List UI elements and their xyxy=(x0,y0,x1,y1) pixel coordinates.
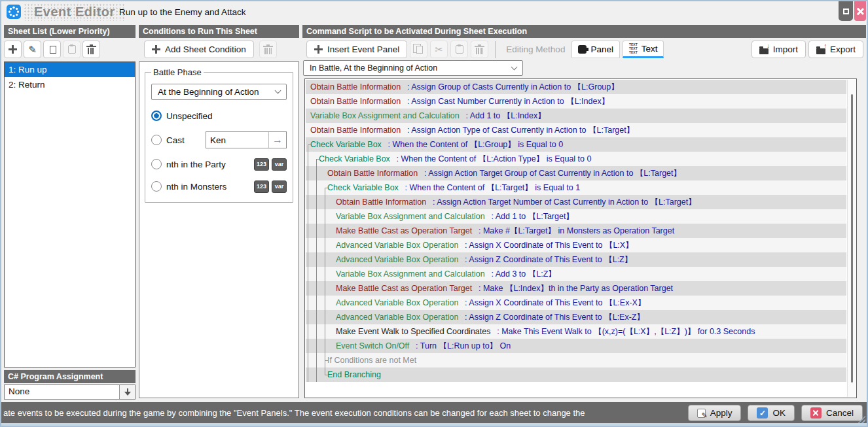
copy-sheet-button[interactable] xyxy=(43,41,61,58)
csharp-dropdown-button[interactable] xyxy=(119,385,135,399)
ok-button[interactable]: ✓ OK xyxy=(748,405,795,421)
command-parameters: : Assign X Coordinate of This Event to 【… xyxy=(458,298,645,307)
script-row[interactable]: Make Battle Cast as Operation Target : M… xyxy=(306,281,846,296)
branch-guide-line xyxy=(316,281,317,296)
branch-guide-line xyxy=(308,224,308,238)
script-row[interactable]: Variable Box Assignment and Calculation … xyxy=(306,109,846,123)
panel-mode-button[interactable]: Panel xyxy=(571,41,620,58)
text-mode-button[interactable]: TEXTTEXTTEXT Text xyxy=(623,41,664,58)
branch-marker-line xyxy=(316,159,317,166)
command-parameters: : When the Content of 【L:Group】 is Equal… xyxy=(382,140,563,149)
import-label: Import xyxy=(773,44,798,54)
check-icon: ✓ xyxy=(757,407,768,418)
battle-phase-value: At the Beginning of Action xyxy=(158,87,259,97)
delete-panel-button[interactable] xyxy=(471,41,488,58)
script-row[interactable]: Event Switch On/Off : Turn 【L:Run up to】… xyxy=(306,339,846,353)
script-row[interactable]: Variable Box Assignment and Calculation … xyxy=(306,267,846,281)
edit-sheet-button[interactable]: ✎ xyxy=(24,41,41,58)
csharp-program-dropdown[interactable]: None xyxy=(4,384,136,400)
radio-nth-monsters[interactable] xyxy=(151,181,162,192)
editing-method-label: Editing Method xyxy=(506,44,565,54)
script-row[interactable]: Advanced Variable Box Operation : Assign… xyxy=(306,252,846,267)
apply-button[interactable]: Apply xyxy=(688,405,742,421)
script-row[interactable]: Check Variable Box : When the Content of… xyxy=(306,180,846,195)
chevron-down-icon xyxy=(275,88,281,94)
sheet-list-toolbar: ✎ xyxy=(4,41,100,58)
ok-label: OK xyxy=(772,408,786,418)
paste-sheet-button[interactable] xyxy=(63,41,81,58)
trash-icon xyxy=(264,48,272,54)
x-icon xyxy=(813,410,819,416)
variable-input-button[interactable]: var xyxy=(272,158,287,171)
branch-guide-line xyxy=(308,310,308,324)
script-row[interactable]: Obtain Battle Information : Assign Cast … xyxy=(306,94,846,109)
command-name: End Branching xyxy=(327,370,381,379)
command-parameters: : Assign Cast Number Currently in Action… xyxy=(401,97,609,106)
script-scrollbar[interactable] xyxy=(847,80,856,397)
command-name: Variable Box Assignment and Calculation xyxy=(310,111,460,120)
command-parameters: : Add 1 to 【L:Target】 xyxy=(485,212,574,221)
insert-event-panel-button[interactable]: Insert Event Panel xyxy=(306,41,407,58)
branch-guide-line xyxy=(316,267,317,281)
cast-name-input[interactable] xyxy=(206,132,268,148)
script-row[interactable]: If Conditions are not Met xyxy=(306,353,846,367)
export-button[interactable]: ↑ Export xyxy=(808,41,863,58)
import-button[interactable]: ↓ Import xyxy=(751,41,806,58)
paste-panel-button[interactable] xyxy=(450,41,468,58)
radio-unspecified[interactable] xyxy=(151,111,162,121)
script-row[interactable]: Obtain Battle Information : Assign Actio… xyxy=(306,123,846,137)
command-name: Advanced Variable Box Operation xyxy=(336,313,458,322)
branch-guide-line xyxy=(308,166,308,180)
radio-cast[interactable] xyxy=(151,135,162,145)
script-row[interactable]: Check Variable Box : When the Content of… xyxy=(306,152,846,166)
script-row[interactable]: Obtain Battle Information : Assign Actio… xyxy=(306,166,846,180)
apply-icon xyxy=(697,409,706,418)
delete-sheet-button[interactable] xyxy=(82,41,100,58)
delete-condition-button[interactable] xyxy=(259,41,277,58)
script-row[interactable]: Variable Box Assignment and Calculation … xyxy=(306,209,846,224)
script-row[interactable]: End Branching xyxy=(306,367,846,382)
command-name: Obtain Battle Information xyxy=(327,169,418,178)
add-sheet-condition-button[interactable]: Add Sheet Condition xyxy=(144,41,254,58)
maximize-button[interactable] xyxy=(839,1,853,21)
branch-marker-tick xyxy=(325,375,328,375)
close-button[interactable] xyxy=(854,1,866,21)
script-row[interactable]: Make Battle Cast as Operation Target : M… xyxy=(306,224,846,238)
number-input-button[interactable]: 123 xyxy=(254,180,269,193)
script-row[interactable]: Obtain Battle Information : Assign Group… xyxy=(306,80,846,94)
add-sheet-button[interactable] xyxy=(4,41,22,58)
branch-guide-line xyxy=(316,324,317,339)
sheet-list-item[interactable]: 2: Return xyxy=(5,77,135,92)
command-name: Advanced Variable Box Operation xyxy=(336,241,458,250)
branch-guide-line xyxy=(308,353,308,367)
sheet-list-item[interactable]: 1: Run up xyxy=(5,62,135,77)
copy-panel-button[interactable] xyxy=(410,41,427,58)
variable-input-button[interactable]: var xyxy=(272,180,287,193)
conditions-toolbar: Add Sheet Condition xyxy=(144,41,277,58)
cancel-button[interactable]: Cancel xyxy=(801,405,863,421)
battle-phase-dropdown[interactable]: At the Beginning of Action xyxy=(151,84,287,100)
option-row-unspecified: Unspecified xyxy=(151,109,287,122)
branch-guide-line xyxy=(325,209,325,224)
script-row[interactable]: Advanced Variable Box Operation : Assign… xyxy=(306,238,846,252)
branch-guide-line xyxy=(308,367,308,382)
command-name: Check Variable Box xyxy=(310,140,382,149)
toolbar-separator xyxy=(495,41,496,58)
command-name: Make Event Walk to Specified Coordinates xyxy=(336,327,490,336)
status-text: ate events to be executed during the gam… xyxy=(1,408,585,418)
radio-nth-party[interactable] xyxy=(151,159,162,169)
script-row[interactable]: Obtain Battle Information : Assign Actio… xyxy=(306,195,846,209)
script-row[interactable]: Advanced Variable Box Operation : Assign… xyxy=(306,310,846,324)
script-row[interactable]: Make Event Walk to Specified Coordinates… xyxy=(306,324,846,339)
cut-panel-button[interactable]: ✂ xyxy=(430,41,448,58)
number-input-button[interactable]: 123 xyxy=(254,158,269,171)
scrollbar-thumb[interactable] xyxy=(851,94,853,383)
radio-label-nth-party: nth in the Party xyxy=(166,160,226,169)
trigger-dropdown[interactable]: In Battle, At the Beginning of Action xyxy=(303,60,523,76)
sheet-list[interactable]: 1: Run up2: Return xyxy=(4,61,136,367)
scissors-icon: ✂ xyxy=(435,44,444,54)
script-row[interactable]: Advanced Variable Box Operation : Assign… xyxy=(306,296,846,310)
cast-picker-button[interactable]: → xyxy=(268,132,286,148)
maximize-icon xyxy=(843,9,849,14)
script-row[interactable]: Check Variable Box : When the Content of… xyxy=(306,137,846,152)
